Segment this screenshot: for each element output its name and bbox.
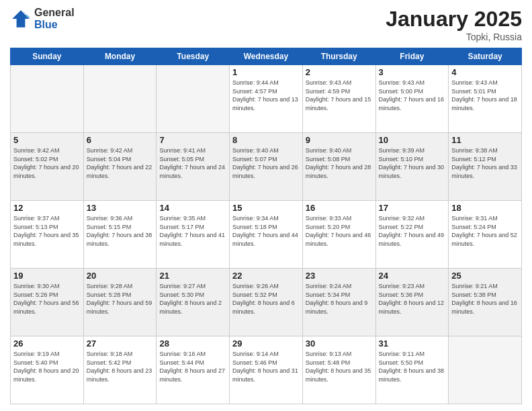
table-row: 21Sunrise: 9:27 AM Sunset: 5:30 PM Dayli… xyxy=(157,269,230,336)
col-friday: Friday xyxy=(375,48,449,65)
day-info: Sunrise: 9:26 AM Sunset: 5:32 PM Dayligh… xyxy=(232,282,300,316)
table-row: 12Sunrise: 9:37 AM Sunset: 5:13 PM Dayli… xyxy=(11,201,84,269)
day-info: Sunrise: 9:16 AM Sunset: 5:44 PM Dayligh… xyxy=(159,350,226,383)
day-info: Sunrise: 9:42 AM Sunset: 5:04 PM Dayligh… xyxy=(87,146,154,180)
day-number: 20 xyxy=(87,271,154,281)
day-number: 15 xyxy=(232,203,300,213)
day-number: 10 xyxy=(379,135,446,145)
table-row: 18Sunrise: 9:31 AM Sunset: 5:24 PM Dayli… xyxy=(449,201,522,269)
day-number: 18 xyxy=(451,203,519,213)
calendar-week-row: 5Sunrise: 9:42 AM Sunset: 5:02 PM Daylig… xyxy=(11,133,522,201)
day-number: 12 xyxy=(13,203,81,213)
day-info: Sunrise: 9:19 AM Sunset: 5:40 PM Dayligh… xyxy=(13,350,81,383)
day-info: Sunrise: 9:36 AM Sunset: 5:15 PM Dayligh… xyxy=(87,214,154,248)
col-tuesday: Tuesday xyxy=(157,48,230,65)
day-info: Sunrise: 9:44 AM Sunset: 4:57 PM Dayligh… xyxy=(232,79,300,112)
day-info: Sunrise: 9:30 AM Sunset: 5:26 PM Dayligh… xyxy=(13,282,81,316)
day-info: Sunrise: 9:34 AM Sunset: 5:18 PM Dayligh… xyxy=(232,214,300,248)
day-info: Sunrise: 9:37 AM Sunset: 5:13 PM Dayligh… xyxy=(13,214,81,248)
day-number: 11 xyxy=(451,135,519,145)
table-row: 24Sunrise: 9:23 AM Sunset: 5:36 PM Dayli… xyxy=(375,269,449,336)
col-wednesday: Wednesday xyxy=(230,48,303,65)
day-info: Sunrise: 9:39 AM Sunset: 5:10 PM Dayligh… xyxy=(379,146,446,180)
col-sunday: Sunday xyxy=(11,48,84,65)
col-thursday: Thursday xyxy=(302,48,375,65)
day-info: Sunrise: 9:27 AM Sunset: 5:30 PM Dayligh… xyxy=(159,282,226,316)
table-row xyxy=(449,336,522,404)
day-number: 13 xyxy=(87,203,154,213)
day-number: 14 xyxy=(159,203,226,213)
day-number: 3 xyxy=(379,67,446,77)
table-row: 3Sunrise: 9:43 AM Sunset: 5:00 PM Daylig… xyxy=(375,65,449,133)
table-row xyxy=(157,65,230,133)
calendar-week-row: 1Sunrise: 9:44 AM Sunset: 4:57 PM Daylig… xyxy=(11,65,522,133)
day-info: Sunrise: 9:11 AM Sunset: 5:50 PM Dayligh… xyxy=(379,350,446,383)
day-number: 1 xyxy=(232,67,300,77)
day-info: Sunrise: 9:35 AM Sunset: 5:17 PM Dayligh… xyxy=(159,214,226,248)
calendar-week-row: 12Sunrise: 9:37 AM Sunset: 5:13 PM Dayli… xyxy=(11,201,522,269)
table-row xyxy=(11,65,84,133)
calendar-week-row: 26Sunrise: 9:19 AM Sunset: 5:40 PM Dayli… xyxy=(11,336,522,404)
day-number: 6 xyxy=(87,135,154,145)
day-number: 2 xyxy=(306,67,373,77)
day-number: 26 xyxy=(13,338,81,349)
table-row: 15Sunrise: 9:34 AM Sunset: 5:18 PM Dayli… xyxy=(230,201,303,269)
day-number: 17 xyxy=(379,203,446,213)
day-number: 22 xyxy=(232,271,300,281)
table-row: 20Sunrise: 9:28 AM Sunset: 5:28 PM Dayli… xyxy=(83,269,157,336)
logo-icon xyxy=(10,8,32,30)
calendar-week-row: 19Sunrise: 9:30 AM Sunset: 5:26 PM Dayli… xyxy=(11,269,522,336)
day-info: Sunrise: 9:13 AM Sunset: 5:48 PM Dayligh… xyxy=(306,350,373,383)
day-number: 27 xyxy=(87,338,154,349)
day-number: 28 xyxy=(159,338,226,349)
day-info: Sunrise: 9:33 AM Sunset: 5:20 PM Dayligh… xyxy=(306,214,373,248)
logo: General Blue xyxy=(10,7,75,30)
day-number: 23 xyxy=(306,271,373,281)
table-row: 25Sunrise: 9:21 AM Sunset: 5:38 PM Dayli… xyxy=(449,269,522,336)
day-number: 4 xyxy=(451,67,519,77)
table-row: 10Sunrise: 9:39 AM Sunset: 5:10 PM Dayli… xyxy=(375,133,449,201)
table-row: 11Sunrise: 9:38 AM Sunset: 5:12 PM Dayli… xyxy=(449,133,522,201)
table-row: 19Sunrise: 9:30 AM Sunset: 5:26 PM Dayli… xyxy=(11,269,84,336)
day-info: Sunrise: 9:28 AM Sunset: 5:28 PM Dayligh… xyxy=(87,282,154,316)
day-number: 16 xyxy=(306,203,373,213)
title-block: January 2025 Topki, Russia xyxy=(386,7,522,42)
table-row: 23Sunrise: 9:24 AM Sunset: 5:34 PM Dayli… xyxy=(302,269,375,336)
col-monday: Monday xyxy=(83,48,157,65)
day-info: Sunrise: 9:40 AM Sunset: 5:08 PM Dayligh… xyxy=(306,146,373,180)
table-row: 6Sunrise: 9:42 AM Sunset: 5:04 PM Daylig… xyxy=(83,133,157,201)
day-info: Sunrise: 9:43 AM Sunset: 5:00 PM Dayligh… xyxy=(379,79,446,112)
day-number: 21 xyxy=(159,271,226,281)
logo-blue-text: Blue xyxy=(34,19,75,31)
day-info: Sunrise: 9:21 AM Sunset: 5:38 PM Dayligh… xyxy=(451,282,519,316)
table-row: 22Sunrise: 9:26 AM Sunset: 5:32 PM Dayli… xyxy=(230,269,303,336)
table-row: 17Sunrise: 9:32 AM Sunset: 5:22 PM Dayli… xyxy=(375,201,449,269)
table-row: 26Sunrise: 9:19 AM Sunset: 5:40 PM Dayli… xyxy=(11,336,84,404)
title-location: Topki, Russia xyxy=(386,32,522,42)
table-row: 28Sunrise: 9:16 AM Sunset: 5:44 PM Dayli… xyxy=(157,336,230,404)
table-row: 14Sunrise: 9:35 AM Sunset: 5:17 PM Dayli… xyxy=(157,201,230,269)
calendar-table: Sunday Monday Tuesday Wednesday Thursday… xyxy=(10,48,522,404)
day-number: 8 xyxy=(232,135,300,145)
table-row: 29Sunrise: 9:14 AM Sunset: 5:46 PM Dayli… xyxy=(230,336,303,404)
day-info: Sunrise: 9:43 AM Sunset: 5:01 PM Dayligh… xyxy=(451,79,519,112)
table-row: 27Sunrise: 9:18 AM Sunset: 5:42 PM Dayli… xyxy=(83,336,157,404)
day-number: 25 xyxy=(451,271,519,281)
logo-text: General Blue xyxy=(34,7,75,30)
table-row: 4Sunrise: 9:43 AM Sunset: 5:01 PM Daylig… xyxy=(449,65,522,133)
header-row: Sunday Monday Tuesday Wednesday Thursday… xyxy=(11,48,522,65)
day-info: Sunrise: 9:43 AM Sunset: 4:59 PM Dayligh… xyxy=(306,79,373,112)
day-info: Sunrise: 9:41 AM Sunset: 5:05 PM Dayligh… xyxy=(159,146,226,180)
table-row xyxy=(83,65,157,133)
table-row: 8Sunrise: 9:40 AM Sunset: 5:07 PM Daylig… xyxy=(230,133,303,201)
table-row: 13Sunrise: 9:36 AM Sunset: 5:15 PM Dayli… xyxy=(83,201,157,269)
col-saturday: Saturday xyxy=(449,48,522,65)
day-number: 24 xyxy=(379,271,446,281)
table-row: 5Sunrise: 9:42 AM Sunset: 5:02 PM Daylig… xyxy=(11,133,84,201)
day-info: Sunrise: 9:32 AM Sunset: 5:22 PM Dayligh… xyxy=(379,214,446,248)
page: General Blue January 2025 Topki, Russia … xyxy=(0,0,532,411)
title-month: January 2025 xyxy=(386,7,522,32)
day-number: 9 xyxy=(306,135,373,145)
day-number: 19 xyxy=(13,271,81,281)
day-info: Sunrise: 9:23 AM Sunset: 5:36 PM Dayligh… xyxy=(379,282,446,316)
